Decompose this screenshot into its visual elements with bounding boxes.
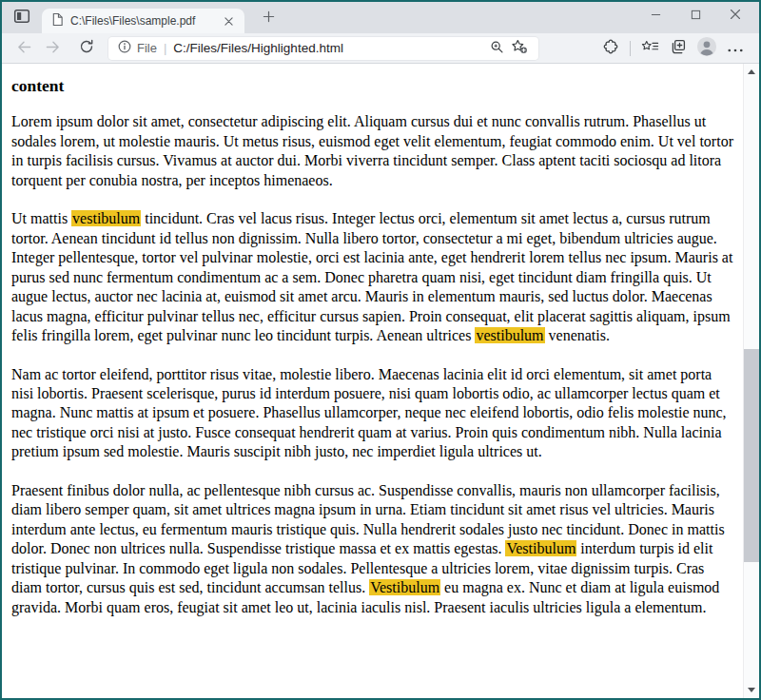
paragraph: Lorem ipsum dolor sit amet, consectetur …: [11, 112, 733, 190]
back-button[interactable]: [10, 36, 38, 61]
paragraph: Nam ac tortor eleifend, porttitor risus …: [11, 365, 733, 462]
window-controls: [635, 2, 755, 29]
minimize-button[interactable]: [635, 2, 675, 29]
favorites-button[interactable]: [635, 36, 664, 61]
navigation-toolbar: File | C:/Files/Files/Highlighted.html: [2, 33, 759, 64]
page-title: content: [11, 75, 733, 96]
close-icon: [224, 14, 233, 29]
plus-icon: [263, 10, 275, 26]
url-separator: |: [164, 41, 166, 55]
maximize-icon: [691, 9, 701, 23]
refresh-button[interactable]: [72, 36, 101, 61]
settings-menu-button[interactable]: [721, 36, 750, 61]
highlighted-term: Vestibulum: [369, 579, 440, 595]
close-window-button[interactable]: [715, 2, 755, 29]
tab-strip: C:\Files\Files\sample.pdf: [2, 2, 759, 33]
star-list-icon: [641, 40, 659, 57]
star-add-icon: [511, 39, 528, 57]
highlighted-term: Vestibulum: [505, 540, 576, 556]
tab-actions-menu-button[interactable]: [10, 6, 34, 30]
back-arrow-icon: [16, 40, 32, 57]
info-icon: [118, 40, 131, 57]
tab-actions-icon: [13, 8, 30, 28]
avatar: [696, 36, 717, 60]
toolbar-divider: [630, 41, 631, 56]
scrollbar-thumb[interactable]: [744, 349, 759, 562]
profile-button[interactable]: [693, 36, 721, 61]
extensions-button[interactable]: [596, 36, 625, 61]
more-options-icon: [728, 41, 743, 55]
scrollbar[interactable]: [743, 64, 759, 698]
forward-button[interactable]: [38, 36, 67, 61]
collections-button[interactable]: [664, 36, 693, 61]
extensions-icon: [602, 38, 619, 58]
url-scheme-label: File: [137, 41, 157, 55]
add-favorite-button[interactable]: [508, 38, 531, 59]
active-tab[interactable]: C:\Files\Files\sample.pdf: [42, 9, 244, 33]
maximize-button[interactable]: [675, 2, 715, 29]
close-icon: [730, 9, 741, 23]
refresh-icon: [79, 39, 94, 57]
highlighted-term: vestibulum: [71, 210, 141, 226]
page-content: content Lorem ipsum dolor sit amet, cons…: [2, 64, 759, 698]
zoom-button[interactable]: [485, 38, 508, 59]
toolbar-right-cluster: [596, 36, 750, 61]
tab-close-button[interactable]: [220, 12, 237, 29]
browser-window: C:\Files\Files\sample.pdf: [0, 0, 761, 700]
scroll-down-arrow[interactable]: [744, 682, 759, 698]
tab-title: C:\Files\Files\sample.pdf: [70, 14, 220, 28]
magnifier-plus-icon: [490, 40, 504, 57]
paragraph: Praesent finibus dolor nulla, ac pellent…: [11, 481, 733, 617]
address-bar[interactable]: File | C:/Files/Files/Highlighted.html: [108, 37, 538, 60]
paragraph: Ut mattis vestibulum tincidunt. Cras vel…: [11, 209, 733, 345]
document-body: content Lorem ipsum dolor sit amet, cons…: [2, 64, 743, 698]
minimize-icon: [651, 9, 661, 23]
collections-icon: [670, 38, 687, 58]
url-text: C:/Files/Files/Highlighted.html: [173, 41, 485, 55]
highlighted-term: vestibulum: [475, 327, 544, 343]
document-icon: [51, 12, 64, 30]
scroll-up-arrow[interactable]: [744, 64, 759, 80]
forward-arrow-icon: [45, 40, 61, 57]
new-tab-button[interactable]: [256, 6, 281, 30]
